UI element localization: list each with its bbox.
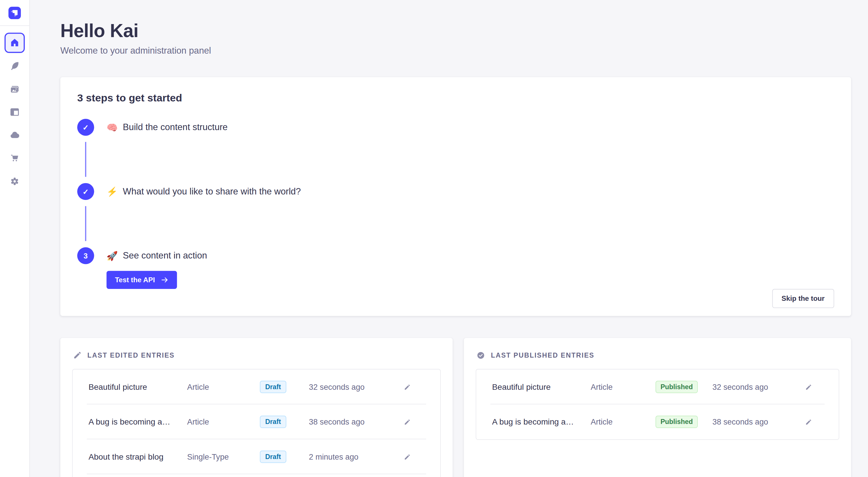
check-circle-icon xyxy=(476,351,485,360)
table-row: Beautiful picture Article Draft 32 secon… xyxy=(73,370,440,404)
step-1-label[interactable]: 🧠 Build the content structure xyxy=(106,122,228,133)
last-edited-title: LAST EDITED ENTRIES xyxy=(87,351,175,359)
table-row-partial xyxy=(73,474,440,477)
step-connector xyxy=(85,142,86,177)
entry-title: Beautiful picture xyxy=(492,382,591,391)
page-subtitle: Welcome to your administration panel xyxy=(60,45,851,56)
step-3-cta-row: Test the API xyxy=(106,271,834,289)
step-row-2: ✓ ⚡ What would you like to share with th… xyxy=(77,183,834,200)
guided-tour-footer: Skip the tour xyxy=(77,289,834,308)
edit-entry-button[interactable] xyxy=(794,383,823,391)
guided-tour-title: 3 steps to get started xyxy=(77,92,834,104)
rocket-emoji-icon: 🚀 xyxy=(106,250,118,261)
lightning-emoji-icon: ⚡ xyxy=(106,186,118,197)
gear-icon xyxy=(9,176,20,187)
dashboard-widgets: LAST EDITED ENTRIES Beautiful picture Ar… xyxy=(60,338,851,477)
step-2-marker: ✓ xyxy=(83,187,89,196)
entry-type: Article xyxy=(591,417,650,426)
media-library-icon xyxy=(9,83,20,95)
sidebar-item-content-manager[interactable] xyxy=(5,56,25,76)
nav-items xyxy=(5,26,25,194)
entry-title: A bug is becoming a… xyxy=(89,417,187,426)
arrow-right-icon xyxy=(161,276,168,284)
page-header: Hello Kai Welcome to your administration… xyxy=(60,20,851,56)
step-3-marker: 3 xyxy=(84,251,88,260)
layout-icon xyxy=(9,106,20,118)
entry-title: A bug is becoming a… xyxy=(492,417,591,426)
edit-entry-button[interactable] xyxy=(390,418,425,426)
table-row: A bug is becoming a… Article Published 3… xyxy=(476,404,839,439)
last-edited-header: LAST EDITED ENTRIES xyxy=(60,338,453,369)
app-window: Hello Kai Welcome to your administration… xyxy=(0,0,868,477)
page-title: Hello Kai xyxy=(60,20,851,42)
edit-entry-button[interactable] xyxy=(390,453,425,461)
step-2-label[interactable]: ⚡ What would you like to share with the … xyxy=(106,186,301,197)
edit-entry-button[interactable] xyxy=(390,383,425,391)
main-content: Hello Kai Welcome to your administration… xyxy=(30,0,868,477)
workspace-logo-block xyxy=(0,0,29,26)
entry-type: Single-Type xyxy=(187,452,246,462)
strapi-logo xyxy=(8,6,21,19)
table-row: About the strapi blog Single-Type Draft … xyxy=(73,439,440,474)
entry-time: 32 seconds ago xyxy=(300,382,390,391)
step-3-number-circle: 3 xyxy=(77,247,94,264)
pencil-icon xyxy=(403,453,411,461)
status-badge: Draft xyxy=(260,381,286,393)
strapi-logo-glyph xyxy=(8,6,21,19)
pencil-icon xyxy=(403,418,411,426)
pencil-icon xyxy=(804,383,812,391)
pencil-icon xyxy=(403,383,411,391)
table-row: A bug is becoming a… Article Draft 38 se… xyxy=(73,404,440,439)
sidebar-item-marketplace[interactable] xyxy=(5,148,25,168)
step-row-1: ✓ 🧠 Build the content structure xyxy=(77,119,834,136)
sidebar-item-home[interactable] xyxy=(5,33,25,53)
entry-type: Article xyxy=(591,382,650,391)
status-badge: Draft xyxy=(260,451,286,463)
last-published-header: LAST PUBLISHED ENTRIES xyxy=(464,338,851,369)
table-row: Beautiful picture Article Published 32 s… xyxy=(476,370,839,404)
entry-time: 38 seconds ago xyxy=(703,417,794,426)
entry-title: About the strapi blog xyxy=(89,452,187,462)
entry-title: Beautiful picture xyxy=(89,382,187,391)
step-3-label[interactable]: 🚀 See content in action xyxy=(106,250,207,261)
sidebar-item-settings[interactable] xyxy=(5,171,25,192)
last-published-entries-card: LAST PUBLISHED ENTRIES Beautiful picture… xyxy=(464,338,851,477)
step-2-check-circle: ✓ xyxy=(77,183,94,200)
guided-tour-steps: ✓ 🧠 Build the content structure ✓ ⚡ What… xyxy=(77,119,834,289)
skip-the-tour-button[interactable]: Skip the tour xyxy=(772,289,834,308)
step-connector xyxy=(85,206,86,241)
cloud-icon xyxy=(9,130,20,141)
step-1-marker: ✓ xyxy=(83,123,89,132)
last-edited-entries-card: LAST EDITED ENTRIES Beautiful picture Ar… xyxy=(60,338,453,477)
sidebar-item-deploy[interactable] xyxy=(5,125,25,145)
step-row-3: 3 🚀 See content in action xyxy=(77,247,834,264)
sidebar-item-media-library[interactable] xyxy=(5,79,25,99)
brain-emoji-icon: 🧠 xyxy=(106,122,118,133)
entry-type: Article xyxy=(187,417,246,426)
status-badge: Published xyxy=(655,415,698,428)
step-1-check-circle: ✓ xyxy=(77,119,94,136)
status-badge: Published xyxy=(655,381,698,393)
guided-tour-card: 3 steps to get started ✓ 🧠 Build the con… xyxy=(60,77,851,316)
entry-time: 2 minutes ago xyxy=(300,452,390,462)
entry-time: 38 seconds ago xyxy=(300,417,390,426)
cart-icon xyxy=(9,153,20,164)
test-the-api-button[interactable]: Test the API xyxy=(106,271,177,289)
last-published-title: LAST PUBLISHED ENTRIES xyxy=(491,351,594,359)
home-icon xyxy=(9,37,20,48)
pencil-icon xyxy=(73,351,82,360)
sidebar-item-content-type-builder[interactable] xyxy=(5,102,25,122)
edit-entry-button[interactable] xyxy=(794,418,823,426)
last-published-table: Beautiful picture Article Published 32 s… xyxy=(476,369,839,440)
main-nav-sidebar xyxy=(0,0,30,477)
status-badge: Draft xyxy=(260,415,286,428)
entry-type: Article xyxy=(187,382,246,391)
entry-time: 32 seconds ago xyxy=(703,382,794,391)
pencil-icon xyxy=(804,418,812,426)
feather-icon xyxy=(9,60,20,72)
last-edited-table: Beautiful picture Article Draft 32 secon… xyxy=(72,369,441,477)
